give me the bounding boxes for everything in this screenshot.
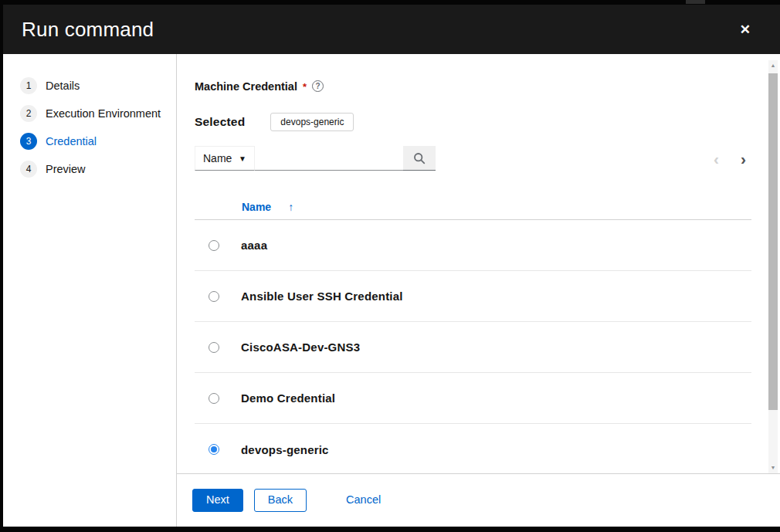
search-icon xyxy=(413,152,426,164)
scrollbar[interactable]: ▲ ▼ xyxy=(768,60,778,473)
credential-name: CiscoASA-Dev-GNS3 xyxy=(241,341,360,354)
wizard-footer: Next Back Cancel xyxy=(177,473,780,527)
search-input[interactable] xyxy=(255,146,403,171)
run-command-modal: Run command ✕ 1 Details 2 Execution Envi… xyxy=(3,5,780,527)
credential-name: Ansible User SSH Credential xyxy=(241,290,403,303)
selected-label: Selected xyxy=(195,115,245,129)
step-label: Credential xyxy=(46,135,97,147)
sort-ascending-icon[interactable]: ↑ xyxy=(288,201,293,213)
modal-body: 1 Details 2 Execution Environment 3 Cred… xyxy=(3,54,780,527)
radio-button[interactable] xyxy=(209,444,219,455)
radio-button[interactable] xyxy=(209,342,219,353)
back-button[interactable]: Back xyxy=(254,489,307,512)
modal-title: Run command xyxy=(22,18,154,42)
step-number-badge: 1 xyxy=(20,77,37,94)
filter-type-dropdown[interactable]: Name ▼ xyxy=(195,146,255,171)
step-number-badge: 3 xyxy=(20,133,37,150)
wizard-step[interactable]: 3 Credential xyxy=(3,127,176,155)
step-label: Details xyxy=(46,80,80,92)
previous-page-button[interactable]: ‹ xyxy=(714,151,719,167)
field-label: Machine Credential xyxy=(195,80,297,93)
close-button[interactable]: ✕ xyxy=(737,20,754,39)
table-header-row: Name ↑ xyxy=(195,194,751,220)
credential-name: Demo Credential xyxy=(241,391,335,405)
search-button[interactable] xyxy=(403,146,436,171)
credential-row[interactable]: Demo Credential xyxy=(195,373,751,424)
credential-name: devops-generic xyxy=(241,443,329,456)
wizard-step[interactable]: 1 Details xyxy=(3,72,176,100)
next-button[interactable]: Next xyxy=(192,489,243,512)
wizard-step[interactable]: 4 Preview xyxy=(3,155,176,183)
pagination: ‹ › xyxy=(714,146,746,171)
radio-button[interactable] xyxy=(209,393,219,404)
selected-row: Selected devops-generic xyxy=(195,113,354,131)
credential-name: aaaa xyxy=(241,239,267,252)
credential-row[interactable]: devops-generic xyxy=(195,424,751,475)
chevron-right-icon: › xyxy=(741,150,746,168)
field-label-row: Machine Credential * ? xyxy=(195,80,324,93)
name-column-header[interactable]: Name xyxy=(242,201,271,213)
credential-list: aaaa Ansible User SSH Credential CiscoAS… xyxy=(195,220,751,475)
step-label: Execution Environment xyxy=(46,107,161,120)
caret-down-icon: ▼ xyxy=(239,154,246,163)
wizard-step[interactable]: 2 Execution Environment xyxy=(3,100,176,127)
filter-dropdown-label: Name xyxy=(203,152,232,164)
scroll-down-icon[interactable]: ▼ xyxy=(771,463,776,473)
required-asterisk-icon: * xyxy=(303,81,307,93)
step-number-badge: 2 xyxy=(20,105,37,122)
selected-credential-chip: devops-generic xyxy=(270,113,354,131)
scroll-up-icon[interactable]: ▲ xyxy=(771,60,776,71)
modal-header: Run command ✕ xyxy=(3,5,780,54)
next-page-button[interactable]: › xyxy=(741,151,746,167)
credential-row[interactable]: aaaa xyxy=(195,220,751,271)
credential-row[interactable]: Ansible User SSH Credential xyxy=(195,271,751,322)
radio-button[interactable] xyxy=(209,291,219,302)
credential-row[interactable]: CiscoASA-Dev-GNS3 xyxy=(195,322,751,373)
backdrop-page-edge xyxy=(686,0,705,4)
search-toolbar: Name ▼ xyxy=(195,146,436,171)
scrollbar-thumb[interactable] xyxy=(768,73,778,410)
wizard-nav: 1 Details 2 Execution Environment 3 Cred… xyxy=(3,54,176,527)
close-icon: ✕ xyxy=(740,22,751,37)
cancel-button[interactable]: Cancel xyxy=(343,489,384,512)
help-icon[interactable]: ? xyxy=(312,80,324,92)
step-number-badge: 4 xyxy=(20,161,37,178)
credential-step-content: Machine Credential * ? Selected devops-g… xyxy=(177,54,780,527)
step-label: Preview xyxy=(46,163,86,175)
radio-button[interactable] xyxy=(209,240,219,251)
chevron-left-icon: ‹ xyxy=(714,150,719,168)
